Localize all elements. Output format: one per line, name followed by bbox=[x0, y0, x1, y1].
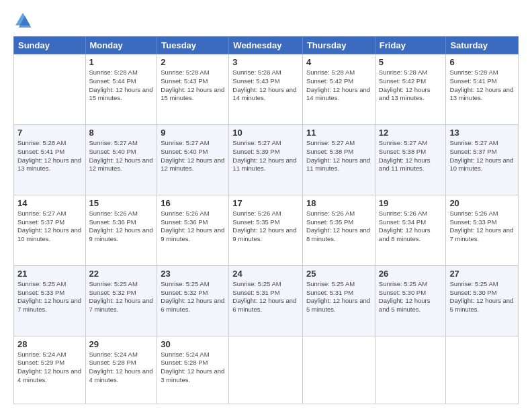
day-info: Sunrise: 5:28 AM Sunset: 5:42 PM Dayligh… bbox=[379, 68, 443, 103]
day-number: 15 bbox=[89, 198, 154, 208]
week-row-3: 21Sunrise: 5:25 AM Sunset: 5:33 PM Dayli… bbox=[14, 265, 519, 336]
day-cell: 16Sunrise: 5:26 AM Sunset: 5:36 PM Dayli… bbox=[157, 195, 229, 265]
day-cell: 23Sunrise: 5:25 AM Sunset: 5:32 PM Dayli… bbox=[157, 265, 229, 336]
day-cell: 2Sunrise: 5:28 AM Sunset: 5:43 PM Daylig… bbox=[157, 54, 229, 125]
day-cell: 13Sunrise: 5:27 AM Sunset: 5:37 PM Dayli… bbox=[446, 124, 519, 195]
day-number: 13 bbox=[449, 128, 515, 138]
day-cell: 10Sunrise: 5:27 AM Sunset: 5:39 PM Dayli… bbox=[229, 124, 303, 195]
day-cell: 4Sunrise: 5:28 AM Sunset: 5:42 PM Daylig… bbox=[302, 54, 375, 125]
day-info: Sunrise: 5:25 AM Sunset: 5:33 PM Dayligh… bbox=[17, 280, 82, 314]
day-info: Sunrise: 5:28 AM Sunset: 5:43 PM Dayligh… bbox=[232, 68, 299, 103]
logo-icon bbox=[13, 11, 32, 30]
weekday-header-row: SundayMondayTuesdayWednesdayThursdayFrid… bbox=[14, 37, 519, 54]
weekday-monday: Monday bbox=[85, 37, 157, 54]
day-info: Sunrise: 5:26 AM Sunset: 5:33 PM Dayligh… bbox=[449, 210, 515, 244]
day-info: Sunrise: 5:27 AM Sunset: 5:40 PM Dayligh… bbox=[161, 139, 225, 173]
day-number: 8 bbox=[89, 128, 154, 138]
logo bbox=[13, 11, 35, 30]
weekday-wednesday: Wednesday bbox=[229, 37, 303, 54]
day-number: 27 bbox=[449, 269, 515, 279]
day-number: 12 bbox=[379, 128, 443, 138]
day-cell: 14Sunrise: 5:27 AM Sunset: 5:37 PM Dayli… bbox=[14, 195, 86, 265]
day-cell: 6Sunrise: 5:28 AM Sunset: 5:41 PM Daylig… bbox=[446, 54, 519, 125]
header bbox=[13, 11, 519, 30]
day-cell bbox=[302, 336, 375, 404]
day-cell: 12Sunrise: 5:27 AM Sunset: 5:38 PM Dayli… bbox=[375, 124, 446, 195]
day-number: 1 bbox=[89, 57, 154, 67]
day-info: Sunrise: 5:25 AM Sunset: 5:31 PM Dayligh… bbox=[232, 280, 299, 314]
day-cell: 3Sunrise: 5:28 AM Sunset: 5:43 PM Daylig… bbox=[229, 54, 303, 125]
day-cell: 25Sunrise: 5:25 AM Sunset: 5:31 PM Dayli… bbox=[302, 265, 375, 336]
day-info: Sunrise: 5:27 AM Sunset: 5:38 PM Dayligh… bbox=[306, 139, 371, 173]
day-cell: 5Sunrise: 5:28 AM Sunset: 5:42 PM Daylig… bbox=[375, 54, 446, 125]
day-number: 21 bbox=[17, 269, 82, 279]
day-number: 10 bbox=[232, 128, 299, 138]
weekday-friday: Friday bbox=[375, 37, 446, 54]
week-row-4: 28Sunrise: 5:24 AM Sunset: 5:29 PM Dayli… bbox=[14, 336, 519, 404]
day-cell: 21Sunrise: 5:25 AM Sunset: 5:33 PM Dayli… bbox=[14, 265, 86, 336]
day-number: 25 bbox=[306, 269, 371, 279]
day-cell: 26Sunrise: 5:25 AM Sunset: 5:30 PM Dayli… bbox=[375, 265, 446, 336]
day-cell: 8Sunrise: 5:27 AM Sunset: 5:40 PM Daylig… bbox=[85, 124, 157, 195]
day-number: 16 bbox=[161, 198, 225, 208]
day-info: Sunrise: 5:25 AM Sunset: 5:30 PM Dayligh… bbox=[379, 280, 443, 314]
day-number: 24 bbox=[232, 269, 299, 279]
day-number: 23 bbox=[161, 269, 225, 279]
day-info: Sunrise: 5:27 AM Sunset: 5:40 PM Dayligh… bbox=[89, 139, 154, 173]
day-number: 20 bbox=[449, 198, 515, 208]
day-cell bbox=[446, 336, 519, 404]
weekday-saturday: Saturday bbox=[446, 37, 519, 54]
day-info: Sunrise: 5:27 AM Sunset: 5:37 PM Dayligh… bbox=[449, 139, 515, 173]
day-cell: 30Sunrise: 5:24 AM Sunset: 5:28 PM Dayli… bbox=[157, 336, 229, 404]
day-number: 18 bbox=[306, 198, 371, 208]
day-info: Sunrise: 5:25 AM Sunset: 5:30 PM Dayligh… bbox=[449, 280, 515, 314]
day-cell: 11Sunrise: 5:27 AM Sunset: 5:38 PM Dayli… bbox=[302, 124, 375, 195]
day-info: Sunrise: 5:25 AM Sunset: 5:31 PM Dayligh… bbox=[306, 280, 371, 314]
day-cell: 29Sunrise: 5:24 AM Sunset: 5:28 PM Dayli… bbox=[85, 336, 157, 404]
day-number: 9 bbox=[161, 128, 225, 138]
day-number: 26 bbox=[379, 269, 443, 279]
day-info: Sunrise: 5:26 AM Sunset: 5:36 PM Dayligh… bbox=[161, 210, 225, 244]
day-cell: 22Sunrise: 5:25 AM Sunset: 5:32 PM Dayli… bbox=[85, 265, 157, 336]
day-number: 29 bbox=[89, 339, 154, 349]
day-cell: 20Sunrise: 5:26 AM Sunset: 5:33 PM Dayli… bbox=[446, 195, 519, 265]
day-info: Sunrise: 5:24 AM Sunset: 5:28 PM Dayligh… bbox=[89, 351, 154, 385]
week-row-1: 7Sunrise: 5:28 AM Sunset: 5:41 PM Daylig… bbox=[14, 124, 519, 195]
day-number: 6 bbox=[449, 57, 515, 67]
day-cell: 27Sunrise: 5:25 AM Sunset: 5:30 PM Dayli… bbox=[446, 265, 519, 336]
day-cell: 19Sunrise: 5:26 AM Sunset: 5:34 PM Dayli… bbox=[375, 195, 446, 265]
day-number: 2 bbox=[161, 57, 225, 67]
week-row-2: 14Sunrise: 5:27 AM Sunset: 5:37 PM Dayli… bbox=[14, 195, 519, 265]
day-number: 4 bbox=[306, 57, 371, 67]
day-info: Sunrise: 5:28 AM Sunset: 5:43 PM Dayligh… bbox=[161, 68, 225, 103]
day-cell: 18Sunrise: 5:26 AM Sunset: 5:35 PM Dayli… bbox=[302, 195, 375, 265]
calendar-table: SundayMondayTuesdayWednesdayThursdayFrid… bbox=[13, 36, 519, 404]
day-cell bbox=[14, 54, 86, 125]
day-info: Sunrise: 5:26 AM Sunset: 5:34 PM Dayligh… bbox=[379, 210, 443, 244]
day-cell: 17Sunrise: 5:26 AM Sunset: 5:35 PM Dayli… bbox=[229, 195, 303, 265]
page: SundayMondayTuesdayWednesdayThursdayFrid… bbox=[0, 0, 532, 411]
week-row-0: 1Sunrise: 5:28 AM Sunset: 5:44 PM Daylig… bbox=[14, 54, 519, 125]
day-info: Sunrise: 5:28 AM Sunset: 5:41 PM Dayligh… bbox=[17, 139, 82, 173]
day-info: Sunrise: 5:26 AM Sunset: 5:35 PM Dayligh… bbox=[232, 210, 299, 244]
weekday-thursday: Thursday bbox=[302, 37, 375, 54]
day-cell: 15Sunrise: 5:26 AM Sunset: 5:36 PM Dayli… bbox=[85, 195, 157, 265]
day-info: Sunrise: 5:24 AM Sunset: 5:29 PM Dayligh… bbox=[17, 351, 82, 385]
day-info: Sunrise: 5:25 AM Sunset: 5:32 PM Dayligh… bbox=[89, 280, 154, 314]
day-cell: 1Sunrise: 5:28 AM Sunset: 5:44 PM Daylig… bbox=[85, 54, 157, 125]
day-number: 3 bbox=[232, 57, 299, 67]
day-cell: 24Sunrise: 5:25 AM Sunset: 5:31 PM Dayli… bbox=[229, 265, 303, 336]
day-number: 19 bbox=[379, 198, 443, 208]
day-info: Sunrise: 5:28 AM Sunset: 5:44 PM Dayligh… bbox=[89, 68, 154, 103]
day-number: 30 bbox=[161, 339, 225, 349]
day-cell: 7Sunrise: 5:28 AM Sunset: 5:41 PM Daylig… bbox=[14, 124, 86, 195]
weekday-sunday: Sunday bbox=[14, 37, 86, 54]
day-info: Sunrise: 5:24 AM Sunset: 5:28 PM Dayligh… bbox=[161, 351, 225, 385]
day-number: 7 bbox=[17, 128, 82, 138]
day-cell: 9Sunrise: 5:27 AM Sunset: 5:40 PM Daylig… bbox=[157, 124, 229, 195]
day-info: Sunrise: 5:26 AM Sunset: 5:35 PM Dayligh… bbox=[306, 210, 371, 244]
day-cell bbox=[375, 336, 446, 404]
day-info: Sunrise: 5:27 AM Sunset: 5:38 PM Dayligh… bbox=[379, 139, 443, 173]
weekday-tuesday: Tuesday bbox=[157, 37, 229, 54]
day-info: Sunrise: 5:27 AM Sunset: 5:37 PM Dayligh… bbox=[17, 210, 82, 244]
